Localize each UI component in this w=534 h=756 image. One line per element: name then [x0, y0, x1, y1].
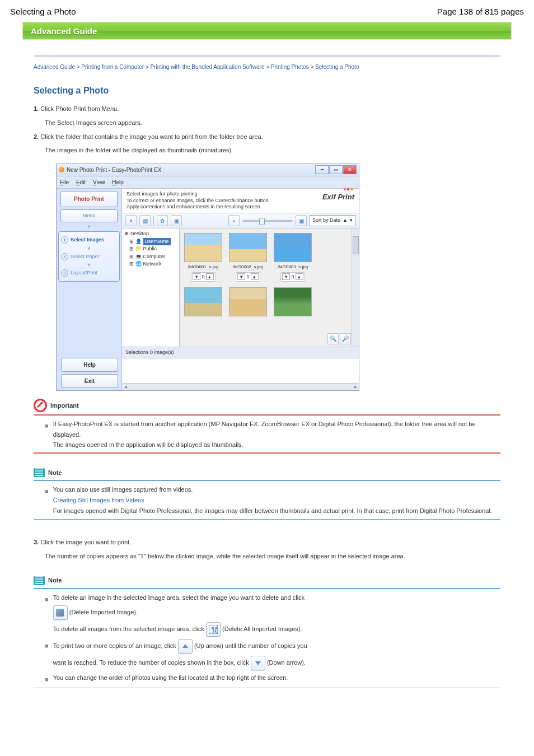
exif-print-logo: Exif Print	[322, 191, 354, 203]
step-select-images[interactable]: 1Select Images	[61, 234, 117, 246]
zoom-in-icon[interactable]: 🔎	[340, 333, 351, 344]
zoom-out-icon[interactable]: 🔍	[327, 333, 339, 344]
thumbnail[interactable]: IMG0003_s.jpg ▾0▴	[274, 233, 312, 282]
important-label: Important	[50, 400, 79, 411]
menu-view[interactable]: View	[93, 179, 105, 185]
folder-tree[interactable]: 🖥 Desktop ⊞ 👤 UserName ⊞ 📁 Public ⊞ 💻 Co…	[122, 228, 180, 347]
thumbnail[interactable]	[274, 287, 312, 316]
note-icon	[34, 468, 45, 477]
special-filters-icon[interactable]: ✿	[157, 215, 168, 226]
app-icon	[59, 167, 64, 172]
grid-icon[interactable]: ▦	[139, 215, 151, 226]
note-label: Note	[48, 575, 62, 586]
thumbnail[interactable]: IMG0002_s.jpg ▾0▴	[229, 233, 267, 282]
banner-advanced-guide: Advanced Guide	[22, 22, 512, 40]
divider-red	[34, 414, 500, 416]
thumb-size-slider[interactable]	[242, 220, 293, 222]
divider-blue	[34, 480, 500, 481]
note-text: You can also use still images captured f…	[53, 484, 492, 495]
thumb-small-icon[interactable]: ▪	[228, 215, 240, 226]
step-layout-print[interactable]: 3Layout/Print	[61, 267, 117, 279]
window-title: New Photo Print - Easy-PhotoPrint EX	[67, 165, 162, 175]
window-maximize-button[interactable]: ▭	[329, 165, 343, 174]
step-3-desc: The number of copies appears as "1" belo…	[34, 551, 500, 562]
note-text: You can change the order of photos using…	[53, 673, 288, 685]
important-icon	[34, 399, 47, 412]
divider-blue	[34, 588, 500, 589]
help-button[interactable]: Help	[61, 358, 118, 372]
correct-enhance-icon[interactable]: ✦	[125, 215, 137, 226]
capture-icon[interactable]: ▣	[171, 215, 182, 226]
note-icon	[34, 576, 45, 585]
sort-dropdown[interactable]: Sort by Date ▲ ▾	[310, 215, 355, 226]
step-1: 1. Click Photo Print from Menu.	[34, 104, 500, 114]
horizontal-scrollbar[interactable]: ◂▸	[122, 383, 359, 390]
step-select-paper[interactable]: 2Select Paper	[61, 251, 117, 263]
menu-edit[interactable]: Edit	[76, 179, 86, 185]
step-2: 2. Click the folder that contains the im…	[34, 132, 500, 142]
note-text: To delete an image in the selected image…	[53, 592, 305, 637]
photo-print-button[interactable]: Photo Print	[60, 191, 118, 207]
important-text: If Easy-PhotoPrint EX is started from an…	[53, 419, 500, 440]
screenshot-select-images: New Photo Print - Easy-PhotoPrint EX ━ ▭…	[56, 164, 359, 391]
step-1-result: The Select Images screen appears.	[34, 118, 500, 128]
page-title: Selecting a Photo	[34, 83, 500, 98]
up-arrow-icon	[178, 639, 193, 654]
thumbnail[interactable]	[229, 287, 267, 316]
divider-red	[34, 452, 500, 454]
thumbnail[interactable]	[184, 287, 222, 316]
breadcrumb: Advanced Guide > Printing from a Compute…	[34, 62, 500, 72]
divider-blue	[34, 519, 500, 520]
step-2-result: The images in the folder will be display…	[34, 145, 500, 156]
divider-blue	[34, 688, 500, 688]
note-label: Note	[48, 468, 62, 478]
menu-file[interactable]: File	[60, 179, 69, 185]
thumbnail[interactable]: IMG0001_s.jpg ▾0▴	[184, 233, 222, 282]
menu-help[interactable]: Help	[112, 179, 124, 185]
page-counter: Page 138 of 815 pages	[437, 7, 524, 16]
selected-images-area	[122, 358, 359, 383]
delete-all-imported-images-icon	[206, 622, 221, 637]
thumbnail-area: IMG0001_s.jpg ▾0▴ IMG0002_s.jpg ▾0▴	[180, 228, 359, 347]
important-text: The images opened in the application wil…	[53, 440, 500, 450]
window-minimize-button[interactable]: ━	[315, 165, 329, 174]
exit-button[interactable]: Exit	[61, 374, 118, 388]
step-3: 3. Click the image you want to print.	[34, 537, 500, 548]
note-link[interactable]: Creating Still Images from Videos	[53, 495, 492, 506]
selections-bar: Selections 0 image(s)	[122, 347, 359, 358]
divider	[34, 55, 500, 57]
note-text: To print two or more copies of an image,…	[53, 639, 307, 670]
vertical-scrollbar[interactable]	[352, 228, 359, 347]
page-heading: Selecting a Photo	[10, 7, 76, 16]
down-arrow-icon	[251, 656, 265, 670]
window-close-button[interactable]: ✕	[343, 165, 357, 174]
thumb-large-icon[interactable]: ▣	[296, 215, 307, 226]
delete-imported-image-icon	[53, 605, 68, 620]
instruction-text: Select images for photo printing. To cor…	[127, 191, 270, 211]
menubar: File Edit View Help	[57, 176, 359, 189]
note-text: For images opened with Digital Photo Pro…	[53, 506, 492, 516]
menu-button[interactable]: Menu	[60, 209, 118, 222]
